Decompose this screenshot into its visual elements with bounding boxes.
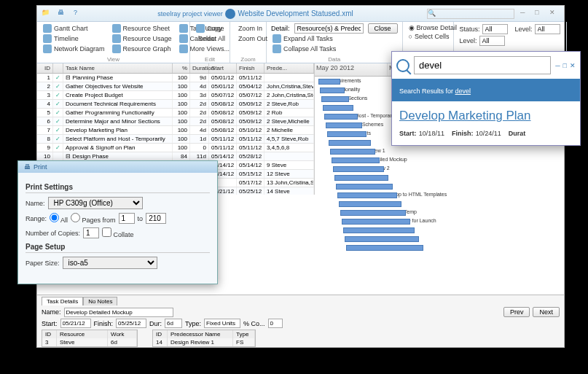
gantt-chart-button[interactable]: Gantt Chart: [42, 23, 106, 34]
gantt-bar[interactable]: [345, 236, 419, 242]
zoom-out-button[interactable]: Zoom Out: [235, 34, 262, 44]
resource-grid[interactable]: IDResourceWork 3Steve6d: [42, 330, 138, 347]
gantt-bar[interactable]: [332, 157, 380, 163]
search-input[interactable]: [414, 56, 551, 74]
gantt-bar[interactable]: [339, 201, 401, 207]
pages-to-input[interactable]: [146, 213, 166, 224]
close-detail-button[interactable]: Close: [368, 23, 398, 34]
paper-size-select[interactable]: iso-a5: [63, 257, 157, 269]
gantt-bar[interactable]: [336, 184, 393, 190]
detail-dur-label: Dur:: [149, 320, 162, 327]
gantt-bar[interactable]: [321, 96, 349, 102]
col-check[interactable]: [53, 63, 63, 73]
tab-task-details[interactable]: Task Details: [42, 297, 83, 305]
col-dur[interactable]: Duration: [190, 63, 209, 73]
copies-input[interactable]: [83, 227, 99, 238]
close-icon[interactable]: ✕: [549, 9, 560, 19]
expand-all-button[interactable]: Expand All Tasks: [271, 34, 398, 44]
help-icon[interactable]: ?: [74, 9, 84, 19]
gantt-bar[interactable]: [320, 87, 345, 93]
folder-icon[interactable]: 📁: [42, 9, 52, 19]
gantt-bar[interactable]: [326, 122, 362, 128]
table-row[interactable]: 9✓ Approval & Signoff on Plan100005/11/1…: [37, 144, 314, 152]
select-all-button[interactable]: Select All: [195, 34, 225, 44]
next-button[interactable]: Next: [533, 307, 560, 317]
detail-name-input[interactable]: [64, 308, 173, 317]
table-row[interactable]: 2✓ Gather Objectives for Website1004d05/…: [37, 82, 314, 91]
table-row[interactable]: 4✓ Document Technical Requirements1002d0…: [37, 100, 314, 109]
gantt-bar[interactable]: [324, 114, 358, 120]
paper-size-label: Paper Size:: [26, 260, 60, 267]
gantt-bar[interactable]: [342, 219, 410, 225]
col-pred[interactable]: Prede...: [264, 63, 314, 73]
printer-select[interactable]: HP C309g (Office): [48, 197, 143, 209]
edit-group-label: Edit: [190, 56, 230, 63]
table-row[interactable]: 7✓ Develop Marketing Plan1004d05/08/1205…: [37, 126, 314, 135]
search-result-title[interactable]: Develop Marketing Plan: [399, 109, 573, 123]
gantt-week1: May 20 2012: [315, 63, 388, 76]
gantt-bar[interactable]: [333, 166, 384, 172]
range-all-radio[interactable]: All: [50, 213, 68, 224]
global-search-input[interactable]: 🔍: [427, 9, 514, 19]
col-task[interactable]: Task Name: [63, 63, 173, 73]
col-id[interactable]: ID: [37, 63, 53, 73]
detail-start-input[interactable]: [60, 319, 91, 328]
gantt-bar[interactable]: [330, 149, 375, 155]
detail-pctco-input[interactable]: [268, 319, 283, 328]
gantt-bar[interactable]: [346, 245, 423, 251]
level2-select[interactable]: [535, 24, 560, 34]
detail-pctco-label: % Co...: [243, 320, 265, 327]
resource-graph-button[interactable]: Resource Graph: [111, 44, 173, 54]
gantt-bar[interactable]: [329, 140, 371, 146]
page-setup-heading: Page Setup: [26, 243, 210, 253]
level-label: Level:: [460, 37, 477, 44]
table-row[interactable]: 3✓ Create Project Budget1003d05/07/1205/…: [37, 91, 314, 100]
col-pct[interactable]: %: [173, 63, 190, 73]
timeline-button[interactable]: Timeline: [42, 34, 106, 44]
gantt-bar[interactable]: [334, 175, 388, 181]
prev-button[interactable]: Prev: [503, 307, 530, 317]
collate-checkbox[interactable]: Collate: [102, 227, 134, 238]
select-cells-radio[interactable]: ○ Select Cells: [407, 32, 449, 41]
resource-sheet-button[interactable]: Resource Sheet: [111, 23, 173, 34]
table-row[interactable]: 6✓ Determine Major and Minor Sections100…: [37, 117, 314, 126]
detail-dur-input[interactable]: [165, 319, 182, 328]
browse-detail-radio[interactable]: ◉ Browse Detail: [407, 23, 449, 32]
detail-finish-input[interactable]: [116, 319, 146, 328]
table-row[interactable]: 1✓⊟ Planning Phase1009d05/01/1205/11/12: [37, 74, 314, 82]
range-pages-radio[interactable]: Pages from: [71, 213, 116, 224]
pages-from-input[interactable]: [119, 213, 135, 224]
predecessor-grid[interactable]: IDPredecessor NameType 14Design Review 1…: [152, 330, 256, 347]
search-minimize-icon[interactable]: ─: [555, 62, 560, 69]
zoom-group-label: Zoom: [230, 56, 266, 63]
detail-select[interactable]: [294, 23, 364, 34]
gantt-bar[interactable]: [337, 192, 397, 198]
col-finish[interactable]: Finish: [237, 63, 264, 73]
gantt-bar[interactable]: [343, 227, 415, 233]
gantt-bar[interactable]: [340, 210, 406, 216]
network-diagram-button[interactable]: Network Diagram: [42, 44, 106, 54]
minimize-icon[interactable]: ─: [520, 9, 530, 19]
col-start[interactable]: Start: [209, 63, 237, 73]
maximize-icon[interactable]: □: [535, 9, 545, 19]
zoom-in-button[interactable]: Zoom In: [235, 23, 262, 34]
collapse-all-button[interactable]: Collapse All Tasks: [271, 44, 398, 54]
print-icon[interactable]: 🖶: [58, 9, 68, 19]
level-select[interactable]: [479, 36, 505, 46]
resource-usage-button[interactable]: Resource Usage: [111, 34, 173, 44]
search-panel: ─ □ ✕ Search Results for devel Develop M…: [391, 51, 581, 146]
print-settings-heading: Print Settings: [26, 183, 210, 193]
table-row[interactable]: 5✓ Gather Programming Functionality1002d…: [37, 109, 314, 117]
gantt-bar[interactable]: [318, 79, 340, 85]
copy-button[interactable]: Copy: [195, 23, 225, 34]
status-select[interactable]: [482, 24, 508, 34]
status-label: Status:: [460, 26, 480, 33]
gantt-bar[interactable]: [323, 105, 353, 111]
table-row[interactable]: 8✓ Select Platform and Host - Temporaril…: [37, 135, 314, 144]
search-close-icon[interactable]: ✕: [570, 62, 576, 69]
detail-type-input[interactable]: [204, 319, 240, 328]
search-maximize-icon[interactable]: □: [563, 62, 567, 69]
tab-notes[interactable]: No Notes: [83, 297, 117, 305]
gantt-bar[interactable]: [327, 131, 366, 137]
search-result-detail: Start: 10/18/11 Finish: 10/24/11 Durat: [399, 128, 573, 138]
